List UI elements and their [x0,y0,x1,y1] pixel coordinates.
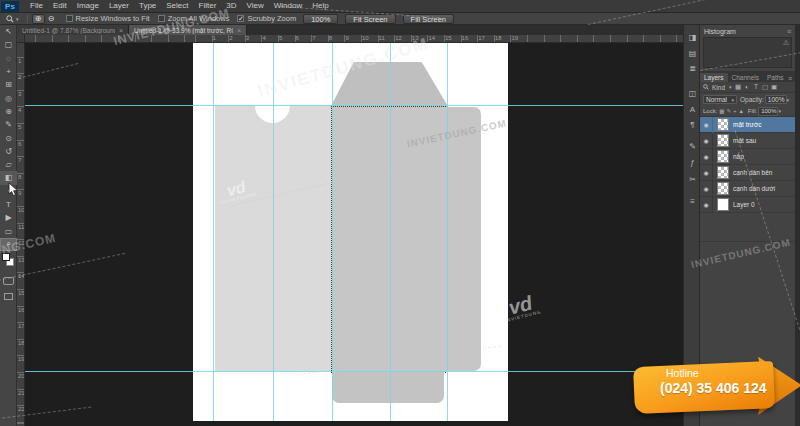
layer-row[interactable]: ◉mặt sau [700,133,795,149]
brush-tool[interactable]: ✎ [0,118,17,131]
guide-vertical[interactable] [273,43,274,421]
warning-icon[interactable]: ⚠ [783,39,789,47]
tab-layers[interactable]: Layers [700,73,728,82]
healing-brush-tool[interactable]: ⊕ [0,105,17,118]
color-swatches[interactable] [2,253,15,267]
guide-vertical[interactable] [332,43,333,421]
zoom-out-mode-button[interactable]: ⊖ [45,14,58,24]
checkbox-scrubby-zoom[interactable]: ✓Scrubby Zoom [237,14,296,23]
document-tab-2[interactable]: Untitled-1 @ 33.9% (mặt trước, RGB/8*) *… [129,25,247,35]
lock-icon-3[interactable]: + [733,108,736,114]
foreground-color-swatch[interactable] [2,253,10,261]
tab-paths[interactable]: Paths [763,73,788,82]
tab-channels[interactable]: Channels [728,73,763,82]
vertical-ruler[interactable]: 12345678910111213141516171819202122 [17,43,25,426]
guide-vertical[interactable] [447,43,448,421]
eraser-tool[interactable]: ▱ [0,158,17,171]
fill-screen-button[interactable]: Fill Screen [403,14,454,24]
layer-row[interactable]: ◉cạnh dán dưới [700,181,795,197]
close-icon[interactable]: × [119,27,123,34]
crop-tool[interactable]: ⊞ [0,78,17,91]
menu-filter[interactable]: Filter [194,0,222,12]
screen-mode-button[interactable] [4,293,13,300]
menu-help[interactable]: Help [307,0,333,12]
lock-icon-1[interactable]: ▦ [719,108,724,114]
lock-icon-2[interactable]: ✎ [727,108,732,114]
collapsed-panel-icon-2[interactable]: ▤ [684,47,701,59]
close-icon[interactable]: × [237,27,241,34]
visibility-eye-icon[interactable]: ◉ [700,149,713,165]
checkbox-resize-windows-to-fit[interactable]: Resize Windows to Fit [66,14,150,23]
quick-selection-tool[interactable]: + [0,65,17,78]
collapsed-panel-icon-6[interactable]: ¶ [684,118,701,130]
ruler-corner[interactable] [17,35,25,43]
marquee-tool[interactable]: ▢ [0,38,17,51]
collapsed-panel-icon-5[interactable]: A [684,103,701,115]
filter-kind-dropdown[interactable]: Kind [712,84,725,91]
checkbox-zoom-all-windows[interactable]: Zoom All Windows [158,14,230,23]
checkbox-icon[interactable] [158,15,165,22]
panel-menu-icon[interactable]: ≡ [787,28,791,35]
menu-type[interactable]: Type [134,0,161,12]
type-tool[interactable]: T [0,198,17,211]
pasteboard[interactable] [25,43,683,426]
shape-tool[interactable]: ▭ [0,224,17,237]
menu-image[interactable]: Image [72,0,104,12]
move-tool[interactable]: ↖ [0,25,17,38]
guide-vertical[interactable] [213,43,214,421]
menu-3d[interactable]: 3D [221,0,241,12]
zoom-in-mode-button[interactable]: ⊕ [32,14,45,24]
filter-type-icon-2[interactable]: ◐ [743,83,752,91]
blur-tool[interactable]: ◔ [0,185,17,198]
visibility-eye-icon[interactable]: ◉ [700,181,713,197]
layer-thumbnail[interactable] [717,118,729,131]
filter-type-icon-1[interactable]: ▦ [734,83,743,91]
gradient-tool[interactable]: ◧ [0,171,17,184]
menu-file[interactable]: File [25,0,48,12]
menu-view[interactable]: View [242,0,269,12]
zoom-100-button[interactable]: 100% [303,14,338,24]
layer-thumbnail[interactable] [717,198,729,211]
visibility-eye-icon[interactable]: ◉ [700,133,713,149]
checkbox-icon[interactable] [66,15,73,22]
guide-horizontal[interactable] [25,105,683,106]
guide-horizontal[interactable] [25,371,683,372]
eyedropper-tool[interactable]: ◎ [0,91,17,104]
panel-menu-icon[interactable]: ≡ [788,75,795,82]
layer-thumbnail[interactable] [717,182,729,195]
horizontal-ruler[interactable]: 12345678910111213141516171819 [25,35,683,43]
filter-type-icon-3[interactable]: T [752,83,761,91]
fit-screen-button[interactable]: Fit Screen [345,14,395,24]
collapsed-panel-icon-4[interactable]: ◫ [684,87,701,99]
menu-edit[interactable]: Edit [48,0,72,12]
filter-type-icon-5[interactable]: ▣ [770,83,779,91]
opacity-select[interactable]: 100% ▾ [765,95,787,104]
layer-thumbnail[interactable] [717,166,729,179]
visibility-eye-icon[interactable]: ◉ [700,165,713,181]
collapsed-panel-icon-7[interactable]: ✎ [684,140,701,152]
zoom-tool[interactable]: ⌕ [0,238,17,251]
current-tool-preset[interactable]: ▾ [6,15,19,23]
collapsed-panel-icon-8[interactable]: ƒ [684,156,701,168]
lasso-tool[interactable]: ◌ [0,52,17,65]
layer-row[interactable]: ◉mặt trước [700,117,795,133]
menu-window[interactable]: Window [269,0,307,12]
filter-type-icon-4[interactable]: ▢ [761,83,770,91]
visibility-eye-icon[interactable]: ◉ [700,117,713,133]
layer-thumbnail[interactable] [717,134,729,147]
layer-thumbnail[interactable] [717,150,729,163]
collapsed-panel-icon-3[interactable]: ≣ [684,62,701,74]
clone-stamp-tool[interactable]: ⊙ [0,131,17,144]
document-tab-1[interactable]: Untitled-1 @ 7.87% (Background, RGB/8*) … [17,25,129,35]
collapsed-panel-icon-10[interactable]: ≡ [684,195,701,207]
checkbox-checked-icon[interactable]: ✓ [237,15,244,22]
collapsed-panel-icon-1[interactable]: ◨ [684,31,701,43]
menu-layer[interactable]: Layer [104,0,134,12]
layer-row[interactable]: ◉cạnh dán bên [700,165,795,181]
path-selection-tool[interactable]: ▶ [0,211,17,224]
guide-vertical[interactable] [390,43,391,421]
lock-icon-4[interactable]: ▲ [738,108,743,114]
quick-mask-button[interactable] [3,277,14,285]
menu-select[interactable]: Select [161,0,193,12]
layer-row[interactable]: ◉Layer 0 [700,197,795,213]
